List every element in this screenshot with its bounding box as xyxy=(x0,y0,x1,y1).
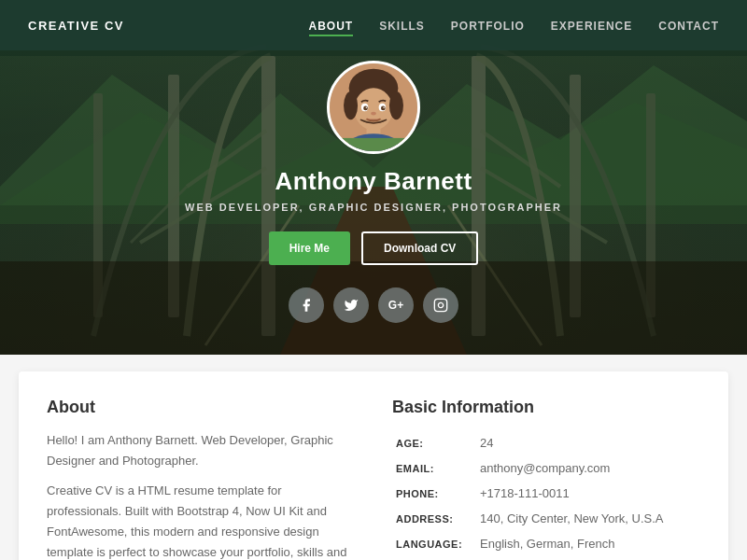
twitter-icon[interactable] xyxy=(333,287,369,323)
facebook-icon[interactable] xyxy=(289,287,324,323)
nav-links: ABOUT SKILLS PORTFOLIO EXPERIENCE CONTAC… xyxy=(309,17,719,34)
svg-point-29 xyxy=(383,106,385,108)
hero-content: Anthony Barnett WEB DEVELOPER, GRAPHIC D… xyxy=(185,61,562,323)
instagram-icon[interactable] xyxy=(423,287,458,323)
info-value: +1718-111-0011 xyxy=(476,481,700,506)
avatar-image xyxy=(330,61,417,154)
nav-link-portfolio[interactable]: PORTFOLIO xyxy=(451,20,525,33)
nav-item-experience[interactable]: EXPERIENCE xyxy=(551,17,632,34)
brand-logo: CREATIVE CV xyxy=(28,19,124,33)
about-paragraph-1: Hello! I am Anthony Barnett. Web Develop… xyxy=(47,430,355,471)
nav-item-contact[interactable]: CONTACT xyxy=(658,17,719,34)
info-label: AGE: xyxy=(392,430,476,455)
info-label: EMAIL: xyxy=(392,455,476,481)
svg-rect-33 xyxy=(330,137,417,150)
info-row: ADDRESS: 140, City Center, New York, U.S… xyxy=(392,506,700,531)
google-plus-icon[interactable]: G+ xyxy=(378,287,414,323)
basic-info-section: Basic Information AGE: 24 EMAIL: anthony… xyxy=(392,398,700,560)
info-label: ADDRESS: xyxy=(392,506,476,531)
about-paragraph-2: Creative CV is a HTML resume template fo… xyxy=(47,481,355,560)
download-cv-button[interactable]: Download CV xyxy=(361,231,478,265)
info-table: AGE: 24 EMAIL: anthony@company.com PHONE… xyxy=(392,430,700,556)
about-section: About Hello! I am Anthony Barnett. Web D… xyxy=(19,371,728,560)
nav-link-contact[interactable]: CONTACT xyxy=(658,20,719,33)
svg-point-23 xyxy=(389,91,403,119)
social-icons: G+ xyxy=(289,287,458,323)
info-value: anthony@company.com xyxy=(476,455,700,481)
hero-section: Anthony Barnett WEB DEVELOPER, GRAPHIC D… xyxy=(0,0,747,355)
nav-item-portfolio[interactable]: PORTFOLIO xyxy=(451,17,525,34)
nav-item-about[interactable]: ABOUT xyxy=(309,17,354,34)
navbar: CREATIVE CV ABOUT SKILLS PORTFOLIO EXPER… xyxy=(0,0,747,50)
svg-point-26 xyxy=(363,105,368,110)
google-plus-label: G+ xyxy=(388,299,403,312)
hero-subtitle: WEB DEVELOPER, GRAPHIC DESIGNER, PHOTOGR… xyxy=(185,202,562,213)
basic-info-title: Basic Information xyxy=(392,398,700,417)
nav-link-skills[interactable]: SKILLS xyxy=(379,20,425,33)
info-row: LANGUAGE: English, German, French xyxy=(392,531,700,556)
nav-link-experience[interactable]: EXPERIENCE xyxy=(551,20,632,33)
nav-link-about[interactable]: ABOUT xyxy=(309,20,354,36)
info-label: PHONE: xyxy=(392,481,476,506)
svg-point-30 xyxy=(371,111,376,115)
hero-buttons: Hire Me Download CV xyxy=(269,231,479,265)
hire-me-button[interactable]: Hire Me xyxy=(269,231,350,265)
about-left: About Hello! I am Anthony Barnett. Web D… xyxy=(47,398,355,560)
hero-name: Anthony Barnett xyxy=(275,167,472,196)
info-label: LANGUAGE: xyxy=(392,531,476,556)
about-title: About xyxy=(47,398,355,417)
nav-item-skills[interactable]: SKILLS xyxy=(379,17,425,34)
svg-rect-34 xyxy=(434,299,446,311)
about-paragraph-2-text: Creative CV is a HTML resume template fo… xyxy=(47,483,347,560)
svg-point-28 xyxy=(366,106,368,108)
svg-point-21 xyxy=(354,88,392,130)
info-row: PHONE: +1718-111-0011 xyxy=(392,481,700,506)
svg-point-27 xyxy=(381,105,386,110)
svg-point-22 xyxy=(344,91,358,119)
info-value: 140, City Center, New York, U.S.A xyxy=(476,506,700,531)
info-value: English, German, French xyxy=(476,531,700,556)
avatar xyxy=(327,61,420,154)
info-row: AGE: 24 xyxy=(392,430,700,455)
info-value: 24 xyxy=(476,430,700,455)
info-row: EMAIL: anthony@company.com xyxy=(392,455,700,481)
